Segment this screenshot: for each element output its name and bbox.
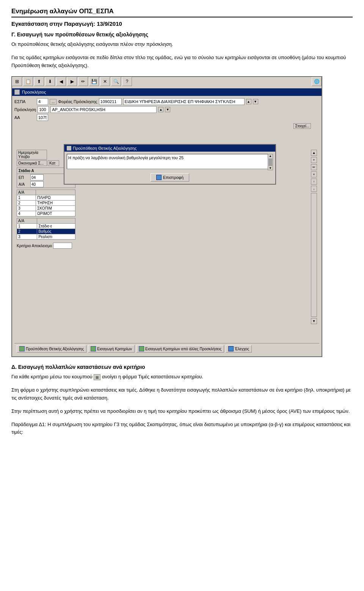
app-content-area: Ημερομηνία Υποβο Οικονομικά Σ... Κατ Στά… [14, 123, 319, 343]
prosklisi-scroll-down[interactable]: ▼ [165, 107, 170, 112]
toolbar-btn-4[interactable]: ⬇ [45, 77, 55, 86]
toolbar-btn-7[interactable]: ✏ [78, 77, 88, 86]
toolbar-btn-1[interactable]: ⊞ [12, 77, 22, 86]
table2-row1-aa: 1 [17, 224, 37, 229]
table-row[interactable]: 2 Βαθμός [17, 229, 75, 234]
prosklisi-scroll-up[interactable]: ▲ [158, 107, 163, 112]
epistrofi-label: Επιστροφή [163, 175, 184, 180]
prosklisi-name-input[interactable] [50, 106, 157, 113]
table-row[interactable]: 2 ΤΗΡΗΣΗ [17, 201, 75, 206]
delta-icon: ⊞ [94, 374, 100, 380]
epistrofi-icon [156, 175, 162, 180]
kritiro-input[interactable] [53, 243, 72, 249]
foreas-input[interactable] [99, 98, 122, 105]
section-gamma-para1: Οι προϋποθέσεις θετικής αξιολόγησης εισά… [11, 41, 353, 49]
aa-stadia-label: Α/Α [19, 182, 29, 187]
foreas-name-input[interactable] [123, 98, 245, 105]
section-delta-para1-text2: ανοίγει η φόρμα Τιμές καταστάσεων κριτηρ… [102, 374, 203, 379]
prosklisi-label: Πρόσκληση [14, 107, 36, 112]
kat-label: Κατ [48, 160, 59, 166]
page-title: Ενημέρωση αλλαγών ΟΠΣ_ΕΣΠΑ [11, 8, 353, 17]
table-row[interactable]: 1 ΠΛΗΡΩ [17, 195, 75, 201]
toolbar-btn-9[interactable]: ✕ [100, 77, 110, 86]
aa-stadia-input[interactable] [30, 181, 44, 187]
ep-label: ΕΠ [19, 176, 29, 180]
espa-lookup-btn[interactable]: ... [50, 99, 56, 105]
elegchos-btn[interactable]: Έλεγχος [226, 345, 252, 353]
criteria-table-1: Α/Α 1 ΠΛΗΡΩ 2 ΤΗΡΗΣΗ [17, 190, 75, 216]
table1-row3-aa: 3 [17, 206, 36, 211]
table2-col-aa: Α/Α [17, 218, 37, 224]
table1-row4-aa: 4 [17, 211, 36, 216]
toolbar-btn-8[interactable]: 💾 [89, 77, 99, 86]
table2-row3-name: Ρεαλιστι [37, 234, 75, 240]
modal-scroll-thumb [268, 158, 272, 166]
elegchos-label: Έλεγχος [235, 347, 249, 351]
table-row[interactable]: 3 Ρεαλιστι [17, 234, 75, 240]
table1-row1-aa: 1 [17, 195, 36, 201]
aa-row: ΑΑ [14, 114, 319, 121]
table2-row2-aa: 2 [17, 229, 37, 234]
epistrofi-button[interactable]: Επιστροφή [151, 173, 189, 182]
section-delta-para2: Στη φόρμα ο χρήστης συμπληρώνει καταστάσ… [11, 386, 353, 402]
aa-label: ΑΑ [14, 115, 35, 120]
hmerominia-col-label: Ημερομηνία Υποβο [17, 150, 47, 160]
foreas-label: Φορέας Πρόσκλησης [58, 99, 97, 104]
stoicheia-label: Στοιχεί... [293, 123, 311, 129]
section-gamma-heading: Γ. Εισαγωγή των προϋποθέσεων θετικής αξι… [11, 31, 353, 38]
modal-textbox[interactable]: Η πράξη να λαμβάνει συνολική βαθμολογία … [67, 154, 273, 169]
proypothesi-btn[interactable]: Προϋπόθεση Θετικής Αξιολόγησης [17, 345, 86, 353]
table1-row4-name: ΩΡΙΜΟΤ [36, 211, 75, 216]
scroll-up-btn[interactable]: ▲ [311, 150, 317, 156]
app-titlebar-icon [14, 89, 20, 95]
table1-row2-name: ΤΗΡΗΣΗ [36, 201, 75, 206]
toolbar-btn-3[interactable]: ⬆ [34, 77, 44, 86]
table-row[interactable]: 3 ΣΚΟΠΙΜ [17, 206, 75, 211]
ep-input[interactable] [30, 174, 44, 180]
modal-scroll-up[interactable]: ▲ [268, 154, 273, 158]
toolbar-btn-11[interactable]: ? [122, 77, 132, 86]
toolbar-btn-5[interactable]: ◀ [56, 77, 66, 86]
app-body: ΕΣΠΑ ... Φορέας Πρόσκλησης ▲ ▼ Πρόσκληση… [12, 96, 322, 356]
scroll-down-btn[interactable]: ▼ [311, 318, 317, 324]
scroll-btn-3[interactable]: ✏ [311, 164, 317, 170]
aa-input[interactable] [37, 114, 48, 121]
eisagogi-icon [91, 346, 96, 351]
scroll-btn-4[interactable]: × [311, 171, 317, 177]
table1-row2-aa: 2 [17, 201, 36, 206]
table1-row3-name: ΣΚΟΠΙΜ [36, 206, 75, 211]
kritiro-apokl-row: Κριτήριο Αποκλεισμο [17, 243, 75, 249]
scroll-track [311, 193, 317, 317]
toolbar-btn-6[interactable]: ▶ [67, 77, 77, 86]
oikonomika-label: Οικονομικά Σ... [17, 160, 47, 166]
table2-row1-name: Στάδιο ε [37, 224, 75, 229]
table1-col-aa: Α/Α [17, 190, 36, 195]
foreas-scroll-down[interactable]: ▼ [253, 99, 258, 104]
eisagogi-alles-btn[interactable]: Εισαγωγή Κριτηρίων από άλλες Προσκλήσεις [136, 345, 224, 353]
app-window: ⊞ 📋 ⬆ ⬇ ◀ ▶ ✏ 💾 ✕ 🔍 ? 🌐 Προσκλήσεις ΕΣΠΑ… [11, 76, 322, 357]
prosklisi-input[interactable] [38, 106, 49, 113]
eisagogi-alles-label: Εισαγωγή Κριτηρίων από άλλες Προσκλήσεις [145, 347, 221, 351]
modal-scrollbar: ▲ ▼ [268, 154, 273, 170]
scroll-btn-5[interactable]: ↑ [311, 179, 317, 185]
bottom-buttons-bar: Προϋπόθεση Θετικής Αξιολόγησης Εισαγωγή … [14, 343, 319, 354]
prosklisi-row: Πρόσκληση ▲ ▼ [14, 106, 319, 113]
proypothesi-icon [19, 346, 25, 351]
app-toolbar: ⊞ 📋 ⬆ ⬇ ◀ ▶ ✏ 💾 ✕ 🔍 ? 🌐 [12, 77, 322, 86]
eisagogi-label: Εισαγωγή Κριτηρίων [97, 347, 132, 351]
proypothesi-label: Προϋπόθεση Θετικής Αξιολόγησης [26, 347, 84, 351]
scroll-btn-2[interactable]: + [311, 157, 317, 163]
toolbar-btn-10[interactable]: 🔍 [111, 77, 121, 86]
eisagogi-alles-icon [139, 346, 144, 351]
toolbar-btn-nav[interactable]: 🌐 [312, 77, 322, 86]
section-delta-para3: Στην περίπτωση αυτή ο χρήστης πρέπει να … [11, 408, 353, 415]
table2-col-name [37, 218, 75, 224]
table-row[interactable]: 1 Στάδιο ε [17, 224, 75, 229]
espa-input[interactable] [37, 98, 48, 105]
foreas-scroll-up[interactable]: ▲ [246, 99, 251, 104]
table-row[interactable]: 4 ΩΡΙΜΟΤ [17, 211, 75, 216]
scroll-btn-6[interactable]: ↓ [311, 186, 317, 192]
eisagogi-kritirion-btn[interactable]: Εισαγωγή Κριτηρίων [88, 345, 135, 353]
toolbar-btn-2[interactable]: 📋 [23, 77, 33, 86]
modal-scroll-down[interactable]: ▼ [268, 166, 273, 170]
